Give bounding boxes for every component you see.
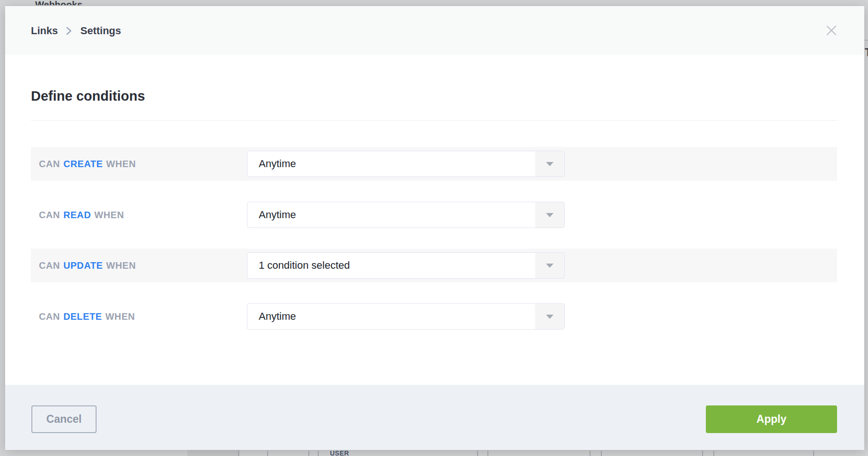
breadcrumb-links[interactable]: Links [31, 25, 58, 37]
caret-down-icon [535, 202, 564, 228]
caret-down-icon [535, 253, 564, 278]
label-suffix: WHEN [94, 210, 124, 221]
selected-value: Anytime [259, 304, 296, 329]
background-table-gridline [477, 451, 478, 456]
permission-label: CAN UPDATE WHEN [39, 249, 136, 282]
caret-down-icon [535, 151, 564, 177]
background-table-gridline [487, 451, 488, 456]
permission-row-delete: CAN DELETE WHEN Anytime [31, 300, 837, 333]
modal-footer: Cancel Apply [5, 385, 864, 450]
condition-select-update[interactable]: 1 condition selected [247, 252, 565, 279]
label-prefix: CAN [39, 260, 60, 271]
cancel-button[interactable]: Cancel [31, 405, 97, 433]
background-table-gridline [702, 451, 703, 456]
label-action-read: READ [63, 210, 91, 221]
page-title: Define conditions [31, 88, 145, 104]
selected-value: Anytime [259, 151, 296, 177]
background-clipped-heading: Webhooks [35, 0, 101, 5]
close-icon[interactable] [823, 22, 840, 39]
apply-button[interactable]: Apply [706, 405, 837, 433]
permission-label: CAN READ WHEN [39, 198, 124, 232]
label-prefix: CAN [39, 311, 60, 322]
label-action-update: UPDATE [63, 260, 103, 271]
modal-header: Links Settings [5, 6, 864, 55]
condition-select-read[interactable]: Anytime [247, 202, 565, 228]
permission-label: CAN DELETE WHEN [39, 300, 135, 333]
label-suffix: WHEN [105, 311, 135, 322]
breadcrumb-settings[interactable]: Settings [80, 25, 121, 37]
background-table-gridline [267, 451, 268, 456]
permission-label: CAN CREATE WHEN [39, 147, 136, 181]
title-divider [31, 120, 837, 121]
background-table-gridline [713, 451, 714, 456]
selected-value: 1 condition selected [259, 253, 350, 278]
breadcrumb: Links Settings [31, 6, 121, 55]
background-table-header-user: USER [330, 449, 349, 456]
background-clipped-text-fragment: T [865, 46, 868, 59]
background-table-gridline [308, 451, 309, 456]
label-action-delete: DELETE [63, 311, 102, 322]
background-table-gridline [601, 451, 602, 456]
background-table-gridline [318, 451, 319, 456]
background-table-gridline [590, 451, 591, 456]
chevron-right-icon [65, 25, 73, 37]
caret-down-icon [535, 304, 564, 329]
background-table-gridline [238, 451, 239, 456]
background-table-gridline [813, 451, 814, 456]
permission-row-read: CAN READ WHEN Anytime [31, 198, 837, 232]
background-table-fragment [187, 450, 240, 456]
background-divider-fragment [865, 40, 868, 41]
settings-modal: Links Settings Define conditions CAN CRE… [5, 6, 864, 450]
selected-value: Anytime [259, 202, 296, 228]
label-suffix: WHEN [106, 159, 136, 169]
condition-select-delete[interactable]: Anytime [247, 303, 565, 330]
label-prefix: CAN [39, 210, 60, 221]
permission-row-update: CAN UPDATE WHEN 1 condition selected [31, 249, 837, 282]
label-action-create: CREATE [63, 159, 103, 169]
label-prefix: CAN [39, 159, 60, 169]
label-suffix: WHEN [106, 260, 136, 271]
condition-select-create[interactable]: Anytime [247, 151, 565, 177]
permission-row-create: CAN CREATE WHEN Anytime [31, 147, 837, 181]
